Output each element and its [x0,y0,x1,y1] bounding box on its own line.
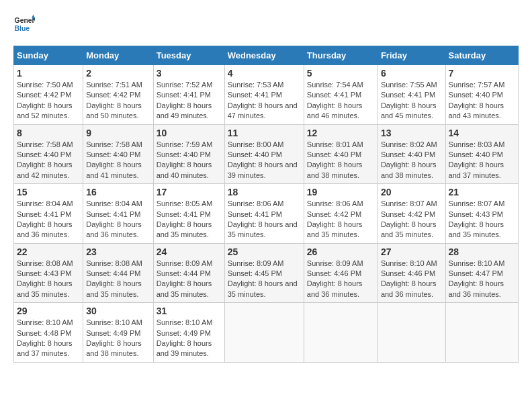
day-number: 3 [157,68,222,79]
day-info: Sunrise: 8:10 AM Sunset: 4:49 PM Dayligh… [157,318,222,359]
day-number: 1 [17,68,80,79]
day-info: Sunrise: 7:50 AM Sunset: 4:42 PM Dayligh… [17,80,80,122]
calendar-cell [224,303,304,363]
day-info: Sunrise: 7:58 AM Sunset: 4:40 PM Dayligh… [17,140,80,181]
calendar-cell: 15 Sunrise: 8:04 AM Sunset: 4:41 PM Dayl… [14,184,83,244]
day-number: 29 [17,306,80,316]
day-info: Sunrise: 8:07 AM Sunset: 4:42 PM Dayligh… [381,199,443,240]
day-info: Sunrise: 7:55 AM Sunset: 4:41 PM Dayligh… [381,80,443,122]
calendar-cell: 26 Sunrise: 8:09 AM Sunset: 4:46 PM Dayl… [304,243,378,303]
calendar-cell: 24 Sunrise: 8:09 AM Sunset: 4:44 PM Dayl… [153,243,224,303]
day-info: Sunrise: 8:02 AM Sunset: 4:40 PM Dayligh… [381,140,443,181]
day-info: Sunrise: 7:58 AM Sunset: 4:40 PM Dayligh… [86,140,150,181]
logo: General Blue [13,13,35,35]
day-info: Sunrise: 8:09 AM Sunset: 4:45 PM Dayligh… [228,259,301,300]
svg-text:General: General [15,17,35,24]
weekday-header: Saturday [445,46,518,65]
day-info: Sunrise: 8:10 AM Sunset: 4:48 PM Dayligh… [17,318,80,359]
calendar-cell: 1 Sunrise: 7:50 AM Sunset: 4:42 PM Dayli… [14,65,83,125]
day-info: Sunrise: 8:10 AM Sunset: 4:46 PM Dayligh… [381,259,443,300]
day-info: Sunrise: 8:08 AM Sunset: 4:43 PM Dayligh… [17,259,80,300]
day-info: Sunrise: 8:01 AM Sunset: 4:40 PM Dayligh… [307,140,375,181]
calendar-week-row: 8 Sunrise: 7:58 AM Sunset: 4:40 PM Dayli… [14,124,519,184]
day-number: 17 [157,187,222,197]
day-number: 15 [17,187,80,197]
calendar-cell: 7 Sunrise: 7:57 AM Sunset: 4:40 PM Dayli… [445,65,518,125]
calendar-cell: 25 Sunrise: 8:09 AM Sunset: 4:45 PM Dayl… [224,243,304,303]
weekday-header: Wednesday [224,46,304,65]
day-info: Sunrise: 8:10 AM Sunset: 4:47 PM Dayligh… [449,259,515,300]
day-number: 12 [307,128,375,138]
day-number: 4 [228,68,301,79]
calendar-week-row: 15 Sunrise: 8:04 AM Sunset: 4:41 PM Dayl… [14,184,519,244]
calendar-cell: 20 Sunrise: 8:07 AM Sunset: 4:42 PM Dayl… [378,184,445,244]
day-number: 23 [86,246,150,257]
day-info: Sunrise: 7:54 AM Sunset: 4:41 PM Dayligh… [307,80,375,122]
calendar-cell: 29 Sunrise: 8:10 AM Sunset: 4:48 PM Dayl… [14,303,83,363]
day-number: 21 [449,187,515,197]
calendar-cell: 6 Sunrise: 7:55 AM Sunset: 4:41 PM Dayli… [378,65,445,125]
calendar-cell: 14 Sunrise: 8:03 AM Sunset: 4:40 PM Dayl… [445,124,518,184]
day-number: 20 [381,187,443,197]
day-number: 14 [449,128,515,138]
day-info: Sunrise: 8:09 AM Sunset: 4:44 PM Dayligh… [157,259,222,300]
calendar-week-row: 1 Sunrise: 7:50 AM Sunset: 4:42 PM Dayli… [14,65,519,125]
day-number: 2 [86,68,150,79]
calendar-cell [445,303,518,363]
day-info: Sunrise: 7:51 AM Sunset: 4:42 PM Dayligh… [86,80,150,122]
calendar-cell: 3 Sunrise: 7:52 AM Sunset: 4:41 PM Dayli… [153,65,224,125]
day-number: 13 [381,128,443,138]
day-info: Sunrise: 7:57 AM Sunset: 4:40 PM Dayligh… [449,80,515,122]
calendar-cell [378,303,445,363]
calendar-table: SundayMondayTuesdayWednesdayThursdayFrid… [13,46,519,363]
calendar-cell: 28 Sunrise: 8:10 AM Sunset: 4:47 PM Dayl… [445,243,518,303]
calendar-cell: 31 Sunrise: 8:10 AM Sunset: 4:49 PM Dayl… [153,303,224,363]
day-info: Sunrise: 8:04 AM Sunset: 4:41 PM Dayligh… [86,199,150,240]
day-info: Sunrise: 7:59 AM Sunset: 4:40 PM Dayligh… [157,140,222,181]
calendar-cell: 13 Sunrise: 8:02 AM Sunset: 4:40 PM Dayl… [378,124,445,184]
header: General Blue [13,13,519,35]
weekday-header: Friday [378,46,445,65]
day-number: 24 [157,246,222,257]
calendar-week-row: 22 Sunrise: 8:08 AM Sunset: 4:43 PM Dayl… [14,243,519,303]
svg-text:Blue: Blue [15,25,30,32]
calendar-cell: 23 Sunrise: 8:08 AM Sunset: 4:44 PM Dayl… [83,243,153,303]
calendar-cell: 18 Sunrise: 8:06 AM Sunset: 4:41 PM Dayl… [224,184,304,244]
day-info: Sunrise: 8:10 AM Sunset: 4:49 PM Dayligh… [86,318,150,359]
day-number: 18 [228,187,301,197]
calendar-cell: 4 Sunrise: 7:53 AM Sunset: 4:41 PM Dayli… [224,65,304,125]
day-number: 22 [17,246,80,257]
day-info: Sunrise: 8:00 AM Sunset: 4:40 PM Dayligh… [228,140,301,181]
day-number: 19 [307,187,375,197]
calendar-cell: 21 Sunrise: 8:07 AM Sunset: 4:43 PM Dayl… [445,184,518,244]
day-number: 27 [381,246,443,257]
day-info: Sunrise: 7:53 AM Sunset: 4:41 PM Dayligh… [228,80,301,122]
calendar-cell: 9 Sunrise: 7:58 AM Sunset: 4:40 PM Dayli… [83,124,153,184]
day-info: Sunrise: 8:08 AM Sunset: 4:44 PM Dayligh… [86,259,150,300]
calendar-cell: 30 Sunrise: 8:10 AM Sunset: 4:49 PM Dayl… [83,303,153,363]
day-info: Sunrise: 8:06 AM Sunset: 4:41 PM Dayligh… [228,199,301,240]
day-number: 5 [307,68,375,79]
weekday-header: Sunday [14,46,83,65]
day-info: Sunrise: 8:04 AM Sunset: 4:41 PM Dayligh… [17,199,80,240]
logo-icon: General Blue [13,13,35,35]
calendar-cell: 16 Sunrise: 8:04 AM Sunset: 4:41 PM Dayl… [83,184,153,244]
day-number: 26 [307,246,375,257]
calendar-cell: 10 Sunrise: 7:59 AM Sunset: 4:40 PM Dayl… [153,124,224,184]
day-info: Sunrise: 8:07 AM Sunset: 4:43 PM Dayligh… [449,199,515,240]
day-number: 6 [381,68,443,79]
day-number: 10 [157,128,222,138]
day-number: 31 [157,306,222,316]
day-number: 30 [86,306,150,316]
weekday-header: Monday [83,46,153,65]
calendar-cell [304,303,378,363]
weekday-header: Thursday [304,46,378,65]
day-number: 11 [228,128,301,138]
day-info: Sunrise: 7:52 AM Sunset: 4:41 PM Dayligh… [157,80,222,122]
calendar-cell: 22 Sunrise: 8:08 AM Sunset: 4:43 PM Dayl… [14,243,83,303]
calendar-cell: 5 Sunrise: 7:54 AM Sunset: 4:41 PM Dayli… [304,65,378,125]
calendar-cell: 8 Sunrise: 7:58 AM Sunset: 4:40 PM Dayli… [14,124,83,184]
calendar-cell: 27 Sunrise: 8:10 AM Sunset: 4:46 PM Dayl… [378,243,445,303]
day-info: Sunrise: 8:05 AM Sunset: 4:41 PM Dayligh… [157,199,222,240]
day-number: 8 [17,128,80,138]
